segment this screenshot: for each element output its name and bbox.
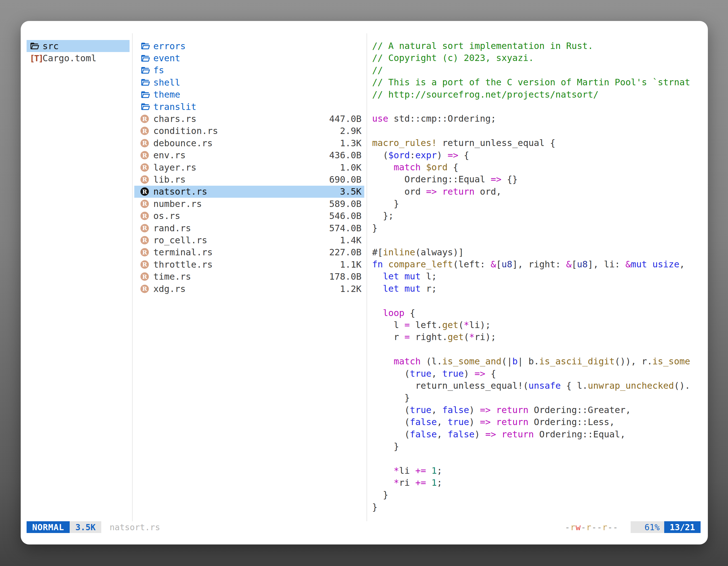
file-icon-cell bbox=[140, 102, 153, 112]
code-line: let mut r; bbox=[372, 283, 708, 295]
code-line: // A natural sort implementation in Rust… bbox=[372, 40, 708, 52]
code-line bbox=[372, 295, 708, 307]
rust-file-icon: R bbox=[140, 248, 149, 257]
pane-separator-left bbox=[132, 33, 133, 521]
code-line: r = right.get(*ri); bbox=[372, 331, 708, 343]
file-icon-cell bbox=[140, 90, 153, 100]
file-preview-pane[interactable]: // A natural sort implementation in Rust… bbox=[372, 40, 708, 513]
file-name: ro_cell.rs bbox=[153, 235, 207, 246]
code-line: fn compare_left(left: &[u8], right: &[u8… bbox=[372, 259, 708, 271]
file-name: src bbox=[43, 41, 59, 51]
file-size: 178.0B bbox=[329, 271, 361, 282]
code-line: } bbox=[372, 440, 708, 452]
file-row-errors[interactable]: errors bbox=[134, 40, 364, 52]
permission-token: w bbox=[576, 522, 581, 532]
file-name: terminal.rs bbox=[153, 247, 213, 258]
rust-file-icon: R bbox=[140, 261, 149, 269]
file-row-lib.rs[interactable]: Rlib.rs690.0B bbox=[134, 173, 364, 186]
code-line: (false, false) => return Ordering::Equal… bbox=[372, 428, 708, 440]
file-row-theme[interactable]: theme bbox=[134, 89, 364, 101]
file-name: debounce.rs bbox=[153, 138, 213, 149]
code-line: let mut l; bbox=[372, 271, 708, 283]
permission-token: -- bbox=[591, 522, 602, 532]
file-name: errors bbox=[153, 41, 186, 51]
rust-file-icon: R bbox=[140, 127, 149, 135]
file-row-ro_cell.rs[interactable]: Rro_cell.rs1.4K bbox=[134, 234, 364, 246]
rust-file-icon: R bbox=[140, 224, 149, 233]
file-icon-cell: [T] bbox=[30, 53, 43, 63]
file-row-rand.rs[interactable]: Rrand.rs574.0B bbox=[134, 222, 364, 234]
folder-icon bbox=[30, 41, 39, 51]
code-line: macro_rules! return_unless_equal { bbox=[372, 137, 708, 149]
file-icon-cell bbox=[140, 65, 153, 75]
rust-file-icon: R bbox=[140, 212, 149, 220]
rust-file-icon: R bbox=[140, 175, 149, 184]
file-size: 1.4K bbox=[340, 235, 361, 246]
code-line: (true, false) => return Ordering::Greate… bbox=[372, 404, 708, 416]
code-line bbox=[372, 125, 708, 137]
code-line: } bbox=[372, 501, 708, 513]
file-row-number.rs[interactable]: Rnumber.rs589.0B bbox=[134, 198, 364, 210]
permission-token: -- bbox=[608, 522, 618, 532]
file-name: translit bbox=[153, 102, 196, 112]
code-line: // This is a port of the C version of Ma… bbox=[372, 76, 708, 88]
permission-token: r bbox=[602, 522, 608, 532]
file-icon-cell: R bbox=[140, 273, 153, 281]
file-row-layer.rs[interactable]: Rlayer.rs1.0K bbox=[134, 161, 364, 173]
code-line: // Copyright (c) 2023, sxyazi. bbox=[372, 52, 708, 64]
code-line: } bbox=[372, 222, 708, 234]
folder-icon bbox=[140, 78, 150, 87]
file-size: 227.0B bbox=[329, 247, 361, 258]
file-row-throttle.rs[interactable]: Rthrottle.rs1.1K bbox=[134, 259, 364, 271]
file-icon-cell: R bbox=[140, 115, 153, 123]
file-icon-cell bbox=[140, 78, 153, 87]
code-line: // http://sourcefrog.net/projects/natsor… bbox=[372, 89, 708, 101]
code-line: ord => return ord, bbox=[372, 186, 708, 198]
file-icon-cell: R bbox=[140, 261, 153, 269]
file-row-natsort.rs[interactable]: Rnatsort.rs3.5K bbox=[134, 186, 364, 198]
file-name: xdg.rs bbox=[153, 283, 186, 294]
file-name: shell bbox=[153, 77, 180, 88]
scroll-percent-badge: 61% bbox=[631, 521, 664, 533]
file-row-terminal.rs[interactable]: Rterminal.rs227.0B bbox=[134, 247, 364, 259]
file-row-chars.rs[interactable]: Rchars.rs447.0B bbox=[134, 113, 364, 125]
file-size: 690.0B bbox=[329, 174, 361, 185]
code-line bbox=[372, 452, 708, 464]
file-row-event[interactable]: event bbox=[134, 52, 364, 64]
code-line: return_unless_equal!(unsafe { l.unwrap_u… bbox=[372, 380, 708, 392]
file-row-time.rs[interactable]: Rtime.rs178.0B bbox=[134, 271, 364, 283]
file-icon-cell: R bbox=[140, 224, 153, 233]
pane-separator-right bbox=[367, 33, 367, 521]
code-line bbox=[372, 101, 708, 113]
file-row-condition.rs[interactable]: Rcondition.rs2.9K bbox=[134, 125, 364, 137]
folder-icon bbox=[140, 65, 150, 75]
folder-icon bbox=[140, 102, 150, 112]
file-row-env.rs[interactable]: Renv.rs436.0B bbox=[134, 149, 364, 161]
file-row-Cargo.toml[interactable]: [T]Cargo.toml bbox=[27, 52, 130, 64]
file-row-translit[interactable]: translit bbox=[134, 101, 364, 113]
rust-file-icon: R bbox=[140, 236, 149, 245]
file-row-fs[interactable]: fs bbox=[134, 64, 364, 76]
code-line: ($ord:expr) => { bbox=[372, 149, 708, 161]
file-icon-cell: R bbox=[140, 127, 153, 135]
file-icon-cell bbox=[140, 41, 153, 51]
file-icon-cell: R bbox=[140, 248, 153, 257]
code-line bbox=[372, 234, 708, 246]
status-right-group: -rw-r--r-- 61% 13/21 bbox=[565, 521, 701, 533]
rust-file-icon: R bbox=[140, 285, 149, 293]
file-size: 546.0B bbox=[329, 211, 361, 221]
file-row-debounce.rs[interactable]: Rdebounce.rs1.3K bbox=[134, 137, 364, 149]
permission-token: - bbox=[565, 522, 570, 532]
code-line: use std::cmp::Ordering; bbox=[372, 113, 708, 125]
file-name: number.rs bbox=[153, 199, 202, 209]
file-name: condition.rs bbox=[153, 126, 218, 136]
file-row-src[interactable]: src bbox=[27, 40, 130, 52]
file-name: theme bbox=[153, 89, 180, 100]
file-size: 589.0B bbox=[329, 199, 361, 209]
code-line: } bbox=[372, 392, 708, 404]
file-row-os.rs[interactable]: Ros.rs546.0B bbox=[134, 210, 364, 222]
folder-icon bbox=[140, 41, 150, 51]
file-row-shell[interactable]: shell bbox=[134, 76, 364, 88]
permission-token: r bbox=[570, 522, 576, 532]
file-row-xdg.rs[interactable]: Rxdg.rs1.2K bbox=[134, 283, 364, 295]
